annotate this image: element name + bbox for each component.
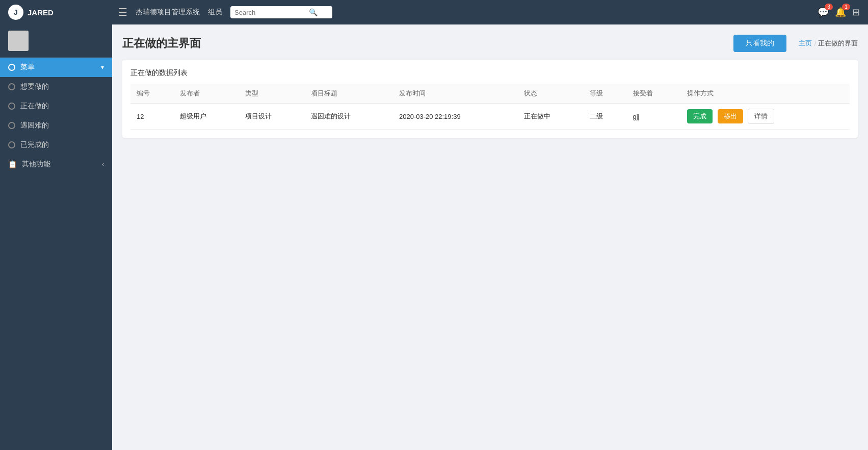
main-content: 正在做的主界面 只看我的 主页 / 正在做的界面 正在做的数据列表 编号 发布者… [112,24,868,450]
cell-actions: 完成 移出 详情 [681,104,850,130]
sidebar-item-want-label: 想要做的 [20,82,49,91]
sidebar-item-done-label: 已完成的 [20,140,49,149]
sidebar-item-doing[interactable]: 正在做的 [0,96,112,116]
table-header: 编号 发布者 类型 项目标题 发布时间 状态 等级 接受着 操作方式 [130,84,850,104]
only-mine-button[interactable]: 只看我的 [733,35,786,52]
sidebar-item-menu[interactable]: 菜单 ▾ [0,58,112,77]
cell-publisher: 超级用户 [174,104,240,130]
sidebar-menu-label: 菜单 [20,63,35,72]
sidebar-item-stuck-label: 遇困难的 [20,121,49,130]
doing-dot-icon [8,103,15,110]
grid-icon[interactable]: ⊞ [852,7,860,18]
done-dot-icon [8,141,15,148]
complete-button[interactable]: 完成 [687,109,713,123]
logo-icon: J [8,5,23,20]
cell-time: 2020-03-20 22:19:39 [393,104,518,130]
table-body: 12 超级用户 项目设计 遇困难的设计 2020-03-20 22:19:39 … [130,104,850,130]
table-row: 12 超级用户 项目设计 遇困难的设计 2020-03-20 22:19:39 … [130,104,850,130]
cell-level: 二级 [584,104,627,130]
sidebar-other-label: 其他功能 [22,160,50,169]
search-icon[interactable]: 🔍 [309,8,318,16]
cell-title: 遇困难的设计 [305,104,393,130]
breadcrumb-current: 正在做的界面 [818,39,858,48]
stuck-dot-icon [8,122,15,129]
col-actions: 操作方式 [681,84,850,104]
sidebar-item-stuck[interactable]: 遇困难的 [0,116,112,135]
menu-dot-icon [8,64,15,71]
sidebar-item-doing-label: 正在做的 [20,102,49,111]
cell-id: 12 [130,104,174,130]
col-id: 编号 [130,84,174,104]
layout: ​ ​ 菜单 ▾ 想要做的 正在做的 遇困难的 已完成的 [0,24,868,450]
col-level: 等级 [584,84,627,104]
col-type: 类型 [239,84,305,104]
top-navigation: J JARED ☰ 杰瑞德项目管理系统 组员 🔍 💬 3 🔔 1 ⊞ [0,0,868,24]
col-title: 项目标题 [305,84,393,104]
moveout-button[interactable]: 移出 [718,109,743,123]
icon-group: 💬 3 🔔 1 ⊞ [818,7,860,18]
app-title: 杰瑞德项目管理系统 [136,8,200,17]
other-chevron-icon: ‹ [102,161,104,168]
search-input[interactable] [234,9,306,16]
cell-type: 项目设计 [239,104,305,130]
sidebar-item-other[interactable]: 📋 其他功能 ‹ [0,155,112,174]
sidebar-item-done[interactable]: 已完成的 [0,135,112,155]
sidebar-item-want[interactable]: 想要做的 [0,77,112,96]
table-card: 正在做的数据列表 编号 发布者 类型 项目标题 发布时间 状态 等级 接受着 操… [122,60,858,138]
bell-button[interactable]: 🔔 1 [835,7,846,18]
folder-icon: 📋 [8,160,17,168]
chat-badge: 3 [825,4,833,10]
page-header: 正在做的主界面 只看我的 主页 / 正在做的界面 [122,35,858,52]
chat-button[interactable]: 💬 3 [818,7,829,18]
col-publisher: 发布者 [174,84,240,104]
members-link[interactable]: 组员 [208,8,222,17]
detail-button[interactable]: 详情 [748,109,774,124]
col-receiver: 接受着 [627,84,681,104]
search-box: 🔍 [230,6,332,18]
hamburger-button[interactable]: ☰ [118,6,127,18]
data-table: 编号 发布者 类型 项目标题 发布时间 状态 等级 接受着 操作方式 12 超级… [130,84,850,130]
breadcrumb: 主页 / 正在做的界面 [799,39,858,48]
avatar [8,31,29,51]
col-time: 发布时间 [393,84,518,104]
table-subtitle: 正在做的数据列表 [130,68,850,78]
col-status: 状态 [518,84,584,104]
bell-badge: 1 [842,4,850,10]
want-dot-icon [8,83,15,90]
logo-area: J JARED [8,5,110,20]
cell-receiver: gjj [627,104,681,130]
username-label: JARED [28,8,54,17]
breadcrumb-home[interactable]: 主页 [799,39,812,48]
cell-status: 正在做中 [518,104,584,130]
sidebar: ​ ​ 菜单 ▾ 想要做的 正在做的 遇困难的 已完成的 [0,24,112,450]
page-title: 正在做的主界面 [122,36,733,51]
breadcrumb-separator: / [814,40,816,47]
chevron-down-icon: ▾ [101,64,104,71]
sidebar-user: ​ ​ [0,24,112,58]
